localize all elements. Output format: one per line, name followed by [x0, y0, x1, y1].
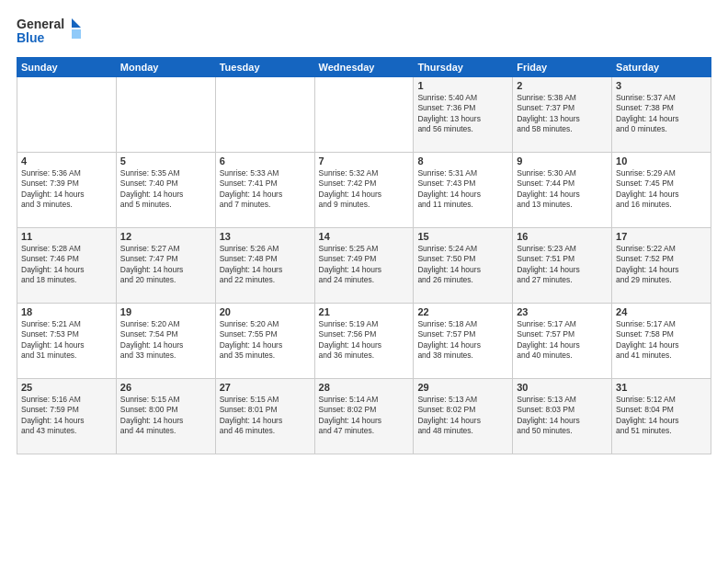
calendar-cell: 23Sunrise: 5:17 AMSunset: 7:57 PMDayligh… [513, 304, 612, 379]
svg-text:General: General [17, 17, 64, 31]
day-info: Sunrise: 5:30 AMSunset: 7:44 PMDaylight:… [517, 168, 608, 211]
calendar-cell: 30Sunrise: 5:13 AMSunset: 8:03 PMDayligh… [513, 379, 612, 454]
logo-svg: GeneralBlue [17, 15, 81, 48]
day-info: Sunrise: 5:23 AMSunset: 7:51 PMDaylight:… [517, 244, 608, 286]
calendar-cell: 4Sunrise: 5:36 AMSunset: 7:39 PMDaylight… [17, 153, 117, 228]
day-number: 8 [417, 155, 508, 167]
day-info: Sunrise: 5:14 AMSunset: 8:02 PMDaylight:… [319, 395, 410, 437]
day-info: Sunrise: 5:31 AMSunset: 7:43 PMDaylight:… [417, 168, 508, 211]
week-row-2: 4Sunrise: 5:36 AMSunset: 7:39 PMDaylight… [17, 153, 711, 228]
day-number: 9 [517, 155, 608, 167]
day-info: Sunrise: 5:15 AMSunset: 8:00 PMDaylight:… [120, 395, 211, 437]
day-number: 1 [417, 80, 508, 91]
day-info: Sunrise: 5:17 AMSunset: 7:57 PMDaylight:… [517, 319, 608, 362]
calendar-cell: 12Sunrise: 5:27 AMSunset: 7:47 PMDayligh… [116, 228, 215, 304]
svg-marker-2 [72, 18, 81, 28]
day-info: Sunrise: 5:20 AMSunset: 7:55 PMDaylight:… [220, 319, 311, 362]
day-info: Sunrise: 5:26 AMSunset: 7:48 PMDaylight:… [220, 244, 311, 286]
day-number: 23 [517, 306, 608, 317]
day-number: 24 [616, 306, 707, 317]
day-info: Sunrise: 5:27 AMSunset: 7:47 PMDaylight:… [120, 244, 211, 286]
day-info: Sunrise: 5:12 AMSunset: 8:04 PMDaylight:… [616, 395, 707, 437]
weekday-header-tuesday: Tuesday [215, 58, 314, 77]
calendar-cell: 31Sunrise: 5:12 AMSunset: 8:04 PMDayligh… [612, 379, 711, 454]
calendar-cell [314, 77, 414, 153]
calendar-cell: 10Sunrise: 5:29 AMSunset: 7:45 PMDayligh… [612, 153, 711, 228]
weekday-header-sunday: Sunday [17, 58, 117, 77]
day-number: 18 [21, 306, 112, 317]
day-info: Sunrise: 5:25 AMSunset: 7:49 PMDaylight:… [319, 244, 410, 286]
calendar-cell: 22Sunrise: 5:18 AMSunset: 7:57 PMDayligh… [414, 304, 513, 379]
calendar-cell: 17Sunrise: 5:22 AMSunset: 7:52 PMDayligh… [612, 228, 711, 304]
weekday-header-friday: Friday [513, 58, 612, 77]
svg-marker-3 [72, 29, 81, 39]
weekday-header-saturday: Saturday [612, 58, 711, 77]
day-number: 3 [616, 80, 707, 91]
day-info: Sunrise: 5:29 AMSunset: 7:45 PMDaylight:… [616, 168, 707, 211]
day-number: 22 [417, 306, 508, 317]
day-info: Sunrise: 5:28 AMSunset: 7:46 PMDaylight:… [21, 244, 112, 286]
day-info: Sunrise: 5:20 AMSunset: 7:54 PMDaylight:… [120, 319, 211, 362]
day-info: Sunrise: 5:24 AMSunset: 7:50 PMDaylight:… [417, 244, 508, 286]
calendar-cell: 11Sunrise: 5:28 AMSunset: 7:46 PMDayligh… [17, 228, 117, 304]
day-info: Sunrise: 5:38 AMSunset: 7:37 PMDaylight:… [517, 93, 608, 135]
calendar-cell: 1Sunrise: 5:40 AMSunset: 7:36 PMDaylight… [414, 77, 513, 153]
weekday-header-wednesday: Wednesday [314, 58, 414, 77]
day-number: 2 [517, 80, 608, 91]
week-row-3: 11Sunrise: 5:28 AMSunset: 7:46 PMDayligh… [17, 228, 711, 304]
day-number: 10 [616, 155, 707, 167]
day-info: Sunrise: 5:33 AMSunset: 7:41 PMDaylight:… [220, 168, 311, 211]
day-info: Sunrise: 5:21 AMSunset: 7:53 PMDaylight:… [21, 319, 112, 362]
calendar-cell: 13Sunrise: 5:26 AMSunset: 7:48 PMDayligh… [215, 228, 314, 304]
calendar-cell [215, 77, 314, 153]
calendar-cell: 20Sunrise: 5:20 AMSunset: 7:55 PMDayligh… [215, 304, 314, 379]
calendar-cell: 15Sunrise: 5:24 AMSunset: 7:50 PMDayligh… [414, 228, 513, 304]
day-number: 30 [517, 382, 608, 393]
day-number: 26 [120, 382, 211, 393]
day-info: Sunrise: 5:18 AMSunset: 7:57 PMDaylight:… [417, 319, 508, 362]
day-number: 5 [120, 155, 211, 167]
day-number: 21 [319, 306, 410, 317]
day-number: 4 [21, 155, 112, 167]
weekday-header-row: SundayMondayTuesdayWednesdayThursdayFrid… [17, 58, 711, 77]
svg-text:Blue: Blue [17, 30, 45, 45]
day-info: Sunrise: 5:15 AMSunset: 8:01 PMDaylight:… [220, 395, 311, 437]
day-number: 28 [319, 382, 410, 393]
calendar-cell [17, 77, 117, 153]
day-number: 14 [319, 231, 410, 242]
day-info: Sunrise: 5:17 AMSunset: 7:58 PMDaylight:… [616, 319, 707, 362]
calendar-cell: 29Sunrise: 5:13 AMSunset: 8:02 PMDayligh… [414, 379, 513, 454]
calendar-cell: 24Sunrise: 5:17 AMSunset: 7:58 PMDayligh… [612, 304, 711, 379]
calendar-cell: 28Sunrise: 5:14 AMSunset: 8:02 PMDayligh… [314, 379, 414, 454]
day-number: 25 [21, 382, 112, 393]
day-info: Sunrise: 5:36 AMSunset: 7:39 PMDaylight:… [21, 168, 112, 211]
calendar-cell: 21Sunrise: 5:19 AMSunset: 7:56 PMDayligh… [314, 304, 414, 379]
calendar-cell: 25Sunrise: 5:16 AMSunset: 7:59 PMDayligh… [17, 379, 117, 454]
day-number: 15 [417, 231, 508, 242]
day-number: 11 [21, 231, 112, 242]
day-info: Sunrise: 5:22 AMSunset: 7:52 PMDaylight:… [616, 244, 707, 286]
calendar-cell: 19Sunrise: 5:20 AMSunset: 7:54 PMDayligh… [116, 304, 215, 379]
calendar-cell: 5Sunrise: 5:35 AMSunset: 7:40 PMDaylight… [116, 153, 215, 228]
day-number: 6 [220, 155, 311, 167]
day-info: Sunrise: 5:13 AMSunset: 8:03 PMDaylight:… [517, 395, 608, 437]
day-number: 27 [220, 382, 311, 393]
week-row-4: 18Sunrise: 5:21 AMSunset: 7:53 PMDayligh… [17, 304, 711, 379]
day-number: 19 [120, 306, 211, 317]
day-number: 17 [616, 231, 707, 242]
day-number: 7 [319, 155, 410, 167]
calendar-cell: 7Sunrise: 5:32 AMSunset: 7:42 PMDaylight… [314, 153, 414, 228]
calendar-cell: 3Sunrise: 5:37 AMSunset: 7:38 PMDaylight… [612, 77, 711, 153]
calendar-cell: 6Sunrise: 5:33 AMSunset: 7:41 PMDaylight… [215, 153, 314, 228]
day-info: Sunrise: 5:13 AMSunset: 8:02 PMDaylight:… [417, 395, 508, 437]
day-number: 16 [517, 231, 608, 242]
day-info: Sunrise: 5:16 AMSunset: 7:59 PMDaylight:… [21, 395, 112, 437]
calendar-cell: 2Sunrise: 5:38 AMSunset: 7:37 PMDaylight… [513, 77, 612, 153]
calendar-cell: 14Sunrise: 5:25 AMSunset: 7:49 PMDayligh… [314, 228, 414, 304]
day-info: Sunrise: 5:37 AMSunset: 7:38 PMDaylight:… [616, 93, 707, 135]
page: GeneralBlue SundayMondayTuesdayWednesday… [0, 0, 728, 563]
calendar-cell: 8Sunrise: 5:31 AMSunset: 7:43 PMDaylight… [414, 153, 513, 228]
week-row-5: 25Sunrise: 5:16 AMSunset: 7:59 PMDayligh… [17, 379, 711, 454]
day-number: 20 [220, 306, 311, 317]
day-info: Sunrise: 5:40 AMSunset: 7:36 PMDaylight:… [417, 93, 508, 135]
